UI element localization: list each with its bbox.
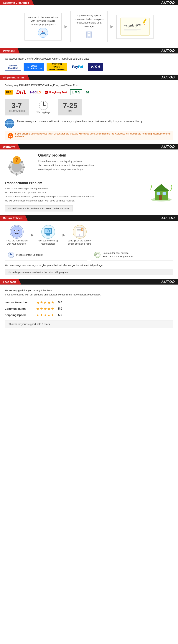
return-notice: Notice:buyers are responsible for the re… xyxy=(5,269,173,275)
hkpost-icon: HK xyxy=(45,90,48,94)
customs-step-2: If you have any special requirement when… xyxy=(70,11,108,42)
delivery-times: 3-7 DHL/UPS/FEDEX Working Days xyxy=(5,99,173,116)
ems-time: 7-25 EMS xyxy=(58,99,82,116)
rating-label-3: Shipping Speed xyxy=(5,314,34,316)
svg-point-7 xyxy=(89,37,90,38)
return-step-3-label: Write'gift'on the deliverydetails sheet,… xyxy=(68,239,91,246)
svg-rect-3 xyxy=(42,31,43,32)
return-action-post-line2: Send us the tracking number xyxy=(103,255,133,258)
shipment-section: Shipment Terms AUTOD Delivey way:DHL/UPS… xyxy=(0,75,178,144)
svg-rect-34 xyxy=(10,136,11,136)
feedback-intro: We are very glad that you have got the i… xyxy=(5,288,173,297)
feedback-brand: AUTOD xyxy=(161,280,178,284)
alipay-icon: 支 xyxy=(26,64,30,69)
customs-step-1-text: We used to declare customs with low valu… xyxy=(27,16,59,26)
warning-icon xyxy=(8,133,13,139)
rating-label-2: Communication xyxy=(5,307,34,310)
warranty-title: Warranty xyxy=(0,144,20,150)
rating-stars-1: ★★★★★ xyxy=(36,300,55,305)
visa-logo: VISA xyxy=(88,63,103,71)
carrier-logos: UPS DHL FedEx HK Hongkong Post EMS ✉ xyxy=(5,89,173,95)
visa-label: VISA xyxy=(91,65,101,69)
feedback-intro-line1: We are very glad that you have got the i… xyxy=(5,289,53,292)
return-step-2: Get out(the seller's)return address xyxy=(36,224,60,246)
return-step-1: If you are not satisfiedwith your purcha… xyxy=(5,224,29,246)
dhl-days-label: DHL/UPS/FEDEX xyxy=(9,110,25,112)
feedback-section: Feedback AUTOD We are very glad that you… xyxy=(0,279,178,332)
bank-transfer-icon: ☰ BANK xyxy=(9,64,17,67)
house-icon xyxy=(149,181,173,202)
ups-logo: UPS xyxy=(5,90,13,94)
return-step-3: T $ Write'gift'on the deliverydetails sh… xyxy=(68,224,92,246)
shipment-brand: AUTOD xyxy=(161,76,178,79)
shipment-note-text: Please leave your customer's address to … xyxy=(17,119,142,124)
transport-section: Transportation Problem If the product da… xyxy=(5,181,173,203)
warranty-section: Warranty AUTOD xyxy=(0,144,178,215)
svg-text:HK: HK xyxy=(45,92,47,93)
alipay-logo: 支 支付宝Alipay.com xyxy=(24,63,44,71)
dhl-logo: DHL xyxy=(16,89,27,95)
paypal-label: PayPal xyxy=(72,65,83,69)
transport-desc: If the product damaged during the transi… xyxy=(5,186,146,203)
return-action-post: Use regular post service Send us the tra… xyxy=(91,249,173,260)
western-union-logo: WESTERNUNIONMONEY TRANSFER xyxy=(47,63,67,71)
svg-text:T: T xyxy=(79,234,80,236)
shipment-delivery-text: Delivey way:DHL/UPS/EMS/FEDEX/HongKong p… xyxy=(5,84,173,87)
customs-steps: We used to declare customs with low valu… xyxy=(5,9,173,44)
return-action-contact-label: Please contact us quickly xyxy=(16,253,43,257)
feedback-header: Feedback AUTOD xyxy=(0,279,178,284)
quality-title: Quality problem xyxy=(38,153,173,158)
shipment-warning: If your shipping address belongs to DHL/… xyxy=(5,131,173,140)
customs-header: Customs Clearance AUTOD xyxy=(0,0,178,5)
arrow-1: ► xyxy=(63,24,69,30)
customs-ship-icon xyxy=(38,28,48,38)
rating-label-1: Item as Described xyxy=(5,301,34,304)
phone-action-icon xyxy=(8,252,15,258)
svg-text:支: 支 xyxy=(27,66,30,68)
ems-logo: EMS xyxy=(70,89,82,95)
alipay-label: 支付宝Alipay.com xyxy=(31,64,42,70)
customs-title: Customs Clearance xyxy=(0,0,34,5)
customs-thanks-icon: Thank you xyxy=(120,18,150,36)
quality-grid: ? Quality problem If there have any prod… xyxy=(5,153,173,178)
quality-icon-area: ? xyxy=(5,153,34,178)
payment-description: We accept :Bank transfer,Alipay,Western … xyxy=(5,57,173,60)
rating-row-1: Item as Described ★★★★★ 5.0 xyxy=(5,300,173,305)
return-step-1-label: If you are not satisfiedwith your purcha… xyxy=(6,239,27,246)
ems-days-label: EMS xyxy=(68,110,72,112)
clock-icon xyxy=(38,100,48,110)
svg-point-60 xyxy=(14,231,15,233)
svg-point-31 xyxy=(9,123,10,124)
return-steps: If you are not satisfiedwith your purcha… xyxy=(5,224,173,246)
customs-brand: AUTOD xyxy=(161,1,178,5)
return-fullrefund-text: We can change new one to you or give you… xyxy=(5,264,173,267)
return-content: If you are not satisfiedwith your purcha… xyxy=(0,221,178,279)
rating-score-1: 5.0 xyxy=(58,301,62,304)
customs-step-1: We used to declare customs with low valu… xyxy=(25,13,62,41)
warranty-content: ? Quality problem If there have any prod… xyxy=(0,150,178,215)
customs-section: Customs Clearance AUTOD We used to decla… xyxy=(0,0,178,48)
svg-rect-52 xyxy=(163,192,166,195)
svg-point-55 xyxy=(11,226,22,237)
hkpost-logo: HK Hongkong Post xyxy=(45,90,67,94)
paypal-logo: PayPal xyxy=(69,63,86,71)
svg-rect-69 xyxy=(47,233,48,234)
western-union-label: WESTERNUNIONMONEY TRANSFER xyxy=(49,63,64,71)
svg-point-58 xyxy=(14,230,15,231)
globe-icon xyxy=(5,119,14,128)
shipment-content: Delivey way:DHL/UPS/EMS/FEDEX/HongKong p… xyxy=(0,80,178,144)
payment-brand: AUTOD xyxy=(161,49,178,53)
return-step-2-label: Get out(the seller's)return address xyxy=(39,239,58,246)
shipment-warning-text: If your shipping address belongs to DHL/… xyxy=(15,132,171,138)
customs-content: We used to declare customs with low valu… xyxy=(0,5,178,48)
return-actions: Please contact us quickly Use regular po… xyxy=(5,249,173,260)
quality-text-area: Quality problem If there have any produc… xyxy=(38,153,173,178)
rating-row-2: Communication ★★★★★ 5.0 xyxy=(5,306,173,311)
warranty-brand: AUTOD xyxy=(161,145,178,149)
svg-text:?: ? xyxy=(15,157,18,163)
sad-face-icon xyxy=(9,224,24,239)
arrow-2: ► xyxy=(109,24,115,30)
payment-title: Payment xyxy=(0,48,20,54)
rating-score-2: 5.0 xyxy=(58,307,62,310)
return-title: Return Polices xyxy=(0,215,28,221)
